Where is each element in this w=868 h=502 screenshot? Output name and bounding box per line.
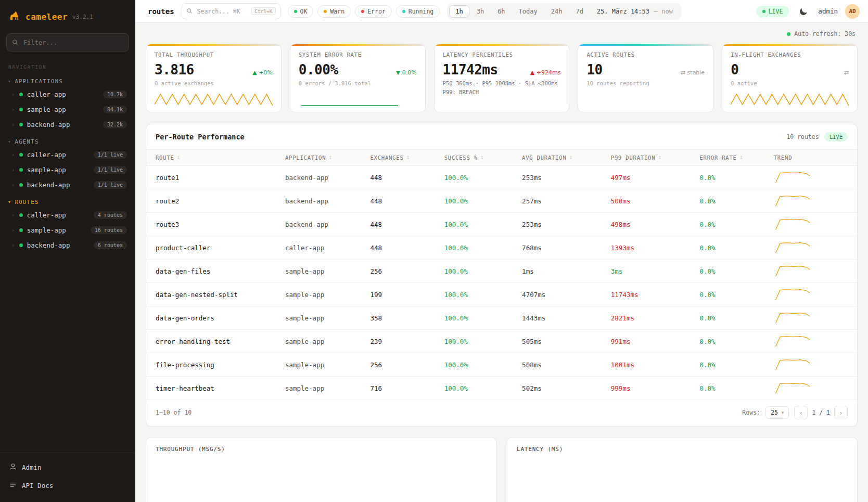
table-row[interactable]: data-gen-orders sample-app 358 100.0% 14… [146, 306, 857, 330]
item-badge: 1/1 live [94, 166, 127, 174]
sidebar-item-routes-backend-app[interactable]: › backend-app 6 routes [0, 238, 135, 253]
filter-chip-warn[interactable]: Warn [317, 5, 351, 18]
table-row[interactable]: file-processing sample-app 256 100.0% 50… [146, 353, 857, 377]
item-label: sample-app [27, 106, 66, 113]
table-row[interactable]: route1 backend-app 448 100.0% 253ms 497m… [146, 166, 857, 189]
section-header-routes[interactable]: ▾ ROUTES [0, 192, 135, 208]
time-range-7d[interactable]: 7d [569, 5, 589, 18]
sidebar-item-admin[interactable]: Admin [0, 458, 135, 477]
time-range-3h[interactable]: 3h [470, 5, 490, 18]
sidebar-item-agents-backend-app[interactable]: › backend-app 1/1 live [0, 177, 135, 192]
sidebar-item-applications-sample-app[interactable]: › sample-app 84.1k [0, 102, 135, 117]
sidebar-item-agents-caller-app[interactable]: › caller-app 1/1 live [0, 147, 135, 162]
route-name: data-gen-files [156, 267, 285, 275]
table-row[interactable]: route3 backend-app 448 100.0% 253ms 498m… [146, 213, 857, 236]
page-title: routes [148, 7, 174, 16]
section-label: ROUTES [15, 199, 39, 205]
route-name: timer-heartbeat [156, 384, 285, 392]
time-range-today[interactable]: Today [513, 5, 544, 18]
table-row[interactable]: error-handling-test sample-app 239 100.0… [146, 330, 857, 353]
live-dot [762, 10, 765, 13]
topbar-right: LIVE admin AD [756, 4, 860, 19]
column-header-error-rate[interactable]: ERROR RATE↕ [700, 150, 774, 165]
filter-chip-error[interactable]: Error [355, 5, 392, 18]
route-success: 100.0% [444, 174, 522, 182]
route-p99-duration: 999ms [611, 384, 700, 392]
route-exchanges: 239 [371, 338, 444, 345]
chevron-right-icon: › [11, 227, 15, 234]
column-header-route[interactable]: ROUTE↕ [156, 150, 285, 165]
time-range-1h[interactable]: 1h [449, 5, 469, 18]
route-exchanges: 448 [371, 174, 444, 182]
card-accent [722, 44, 857, 46]
admin-label: Admin [22, 464, 42, 471]
filter-chip-ok[interactable]: OK [288, 5, 314, 18]
column-header-exchanges[interactable]: EXCHANGES↕ [371, 150, 444, 165]
table-row[interactable]: product-caller caller-app 448 100.0% 768… [146, 236, 857, 260]
table-row[interactable]: data-gen-files sample-app 256 100.0% 1ms… [146, 260, 857, 283]
route-exchanges: 256 [371, 361, 444, 369]
search-input[interactable] [196, 7, 248, 16]
avatar[interactable]: AD [845, 4, 860, 19]
item-badge: 6 routes [94, 241, 127, 249]
route-success: 100.0% [444, 314, 522, 322]
column-header-p99-duration[interactable]: P99 DURATION↕ [611, 150, 700, 165]
pagination: ‹ 1 / 1 › [794, 406, 848, 419]
latency-chart-panel: LATENCY (MS) [507, 437, 858, 502]
user-icon [9, 463, 17, 472]
table-footer: 1–10 of 10 Rows: 25 ▾ ‹ 1 / 1 › [146, 400, 857, 426]
route-application: sample-app [285, 384, 371, 392]
sidebar-item-routes-sample-app[interactable]: › sample-app 16 routes [0, 223, 135, 238]
table-row[interactable]: route2 backend-app 448 100.0% 257ms 500m… [146, 189, 857, 213]
routes-count: 10 routes [786, 133, 819, 140]
sidebar-item-applications-backend-app[interactable]: › backend-app 32.2k [0, 117, 135, 132]
route-error-rate: 0.0% [700, 174, 774, 182]
next-page-button[interactable]: › [834, 406, 848, 419]
auto-refresh-indicator: Auto-refresh: 30s [146, 29, 858, 44]
sidebar-item-agents-sample-app[interactable]: › sample-app 1/1 live [0, 162, 135, 177]
table-row[interactable]: timer-heartbeat sample-app 716 100.0% 50… [146, 377, 857, 400]
rows-label: Rows: [742, 409, 760, 416]
column-header-application[interactable]: APPLICATION↕ [285, 150, 371, 165]
chevron-right-icon: › [11, 166, 15, 173]
route-application: backend-app [285, 174, 371, 182]
table-row[interactable]: data-gen-nested-split sample-app 199 100… [146, 283, 857, 306]
sort-icon: ↕ [480, 155, 484, 160]
column-header-avg-duration[interactable]: AVG DURATION↕ [522, 150, 611, 165]
card-accent [290, 44, 425, 46]
sidebar-item-applications-caller-app[interactable]: › caller-app 10.7k [0, 87, 135, 102]
column-header-success[interactable]: SUCCESS %↕ [444, 150, 522, 165]
sidebar-item-api-docs[interactable]: API Docs [0, 477, 135, 495]
chevron-right-icon: › [11, 91, 15, 98]
item-badge: 1/1 live [94, 181, 127, 189]
search-icon [186, 6, 193, 16]
dark-mode-toggle[interactable] [796, 4, 811, 19]
filter-input[interactable] [22, 38, 123, 47]
route-exchanges: 448 [371, 244, 444, 252]
live-toggle[interactable]: LIVE [756, 6, 789, 17]
panel-header: Per-Route Performance 10 routes LIVE [146, 124, 857, 149]
route-success: 100.0% [444, 291, 522, 299]
sidebar-filter[interactable] [6, 33, 129, 52]
section-header-agents[interactable]: ▾ AGENTS [0, 132, 135, 147]
app-version: v3.2.1 [72, 14, 93, 20]
main-content: Auto-refresh: 30s TOTAL THROUGHPUT 3.816… [135, 23, 868, 502]
rows-per-page-select[interactable]: 25 ▾ [765, 406, 789, 419]
route-error-rate: 0.0% [700, 361, 774, 369]
filter-chip-running[interactable]: Running [396, 5, 440, 18]
route-exchanges: 448 [371, 221, 444, 228]
time-range-6h[interactable]: 6h [491, 5, 511, 18]
route-application: sample-app [285, 338, 371, 345]
card-value: 10 [586, 62, 602, 78]
section-header-applications[interactable]: ▾ APPLICATIONS [0, 72, 135, 87]
chevron-right-icon: › [11, 242, 15, 249]
sidebar-item-routes-caller-app[interactable]: › caller-app 4 routes [0, 208, 135, 223]
item-label: backend-app [27, 181, 70, 189]
user-label: admin [818, 7, 838, 15]
prev-page-button[interactable]: ‹ [794, 406, 808, 419]
route-name: route1 [156, 174, 285, 182]
route-avg-duration: 1443ms [522, 314, 611, 322]
global-search[interactable]: Ctrl+K [182, 3, 280, 19]
column-header-trend[interactable]: TREND [774, 150, 848, 165]
time-range-24h[interactable]: 24h [545, 5, 569, 18]
